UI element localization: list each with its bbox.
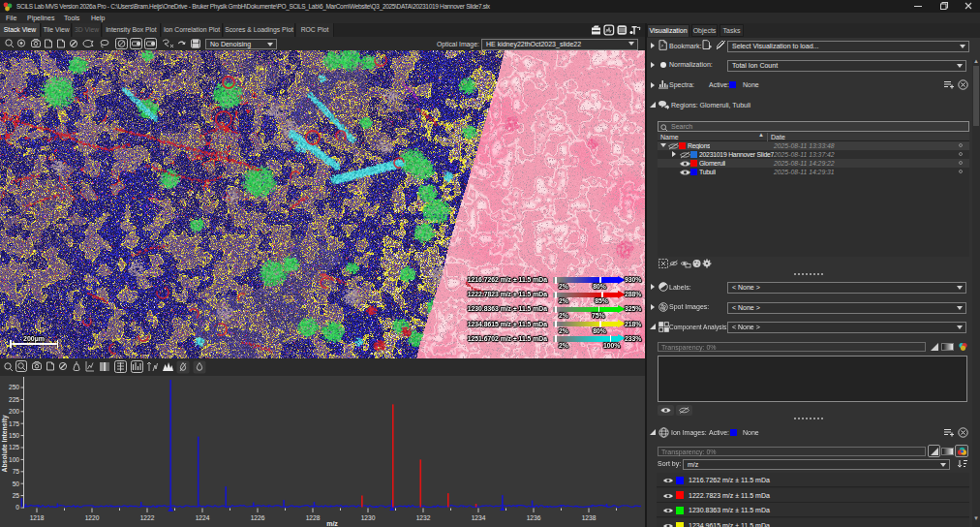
svg-text:50: 50 xyxy=(13,480,20,487)
svg-text:1238: 1238 xyxy=(582,514,597,521)
svg-text:75: 75 xyxy=(13,468,20,475)
svg-text:225: 225 xyxy=(9,396,19,403)
svg-text:1232: 1232 xyxy=(416,514,431,521)
svg-text:100: 100 xyxy=(9,456,19,463)
svg-text:1218: 1218 xyxy=(30,514,45,521)
svg-text:200: 200 xyxy=(9,408,19,415)
svg-text:1224: 1224 xyxy=(196,514,210,521)
svg-text:125: 125 xyxy=(9,444,19,450)
svg-text:150: 150 xyxy=(9,432,19,439)
svg-text:m/z: m/z xyxy=(326,520,338,527)
svg-text:1234: 1234 xyxy=(472,514,486,521)
svg-text:1222: 1222 xyxy=(140,514,155,521)
svg-text:25: 25 xyxy=(13,492,20,499)
svg-text:175: 175 xyxy=(9,420,19,427)
svg-text:1228: 1228 xyxy=(306,514,321,521)
svg-text:1236: 1236 xyxy=(527,514,541,521)
svg-text:1220: 1220 xyxy=(85,514,100,521)
svg-text:0: 0 xyxy=(15,504,19,511)
svg-text:250: 250 xyxy=(9,384,19,390)
svg-text:1226: 1226 xyxy=(251,514,265,521)
svg-text:Absolute Intensity: Absolute Intensity xyxy=(1,415,9,472)
svg-text:1230: 1230 xyxy=(361,514,376,521)
